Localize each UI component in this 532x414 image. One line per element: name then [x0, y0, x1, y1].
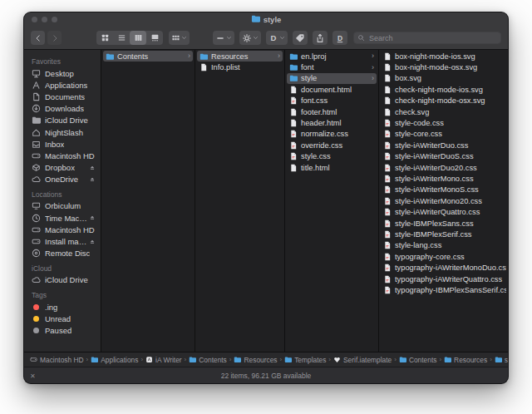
forward-button[interactable]	[47, 31, 62, 45]
d-app-button[interactable]: D	[332, 31, 347, 45]
arrange-button[interactable]	[169, 31, 190, 45]
path-item-style[interactable]: style	[495, 356, 508, 364]
file-row-style-iawriterduo20-css[interactable]: style-iAWriterDuo20.css	[381, 162, 506, 173]
file-row-style-iawriterduo-css[interactable]: style-iAWriterDuo.css	[381, 140, 506, 150]
path-item-contents[interactable]: Contents	[399, 356, 437, 364]
minimize-button[interactable]	[42, 17, 47, 22]
sidebar-item-macintosh-hd[interactable]: Macintosh HD	[24, 224, 101, 235]
sidebar-item-icloud-drive[interactable]: iCloud Drive	[24, 115, 101, 126]
file-row-override-css[interactable]: override.css	[287, 140, 377, 150]
folder-row-en-lproj[interactable]: en.lproj›	[287, 51, 377, 62]
file-row-style-ibmplexserif-css[interactable]: style-IBMPlexSerif.css	[381, 229, 506, 239]
back-button[interactable]	[31, 31, 45, 45]
file-row-info-plist[interactable]: Info.plist	[197, 62, 283, 72]
file-row-typography-iawritermonoduo-css[interactable]: typography-iAWriterMonoDuo.css	[381, 262, 506, 273]
sidebar-item-documents[interactable]: Documents	[24, 91, 101, 102]
title-bar[interactable]: style	[24, 12, 508, 27]
action-menu-button[interactable]	[239, 31, 261, 45]
path-item-contents[interactable]: Contents	[189, 356, 227, 364]
browser-column-1: Contents›	[101, 50, 195, 352]
path-item-macintosh-hd[interactable]: Macintosh HD	[30, 356, 84, 364]
file-row-normalize-css[interactable]: normalize.css	[287, 129, 377, 140]
search-field[interactable]	[353, 32, 501, 44]
sidebar-item-downloads[interactable]: Downloads	[24, 103, 101, 115]
folder-row-contents[interactable]: Contents›	[103, 51, 193, 62]
file-row-style-iawriterquattro-css[interactable]: style-iAWriterQuattro.css	[381, 206, 506, 217]
sidebar-item-desktop[interactable]: Desktop	[24, 67, 101, 79]
icon-view-button[interactable]	[96, 31, 113, 45]
file-row-footer-html[interactable]: footer.html	[287, 106, 377, 117]
item-name: style-iAWriterDuo20.css	[395, 164, 477, 172]
file-row-box-night-mode-osx-svg[interactable]: box-night-mode-osx.svg	[381, 62, 506, 72]
path-item-label: Templates	[294, 356, 326, 364]
folder-row-resources[interactable]: Resources›	[197, 51, 283, 62]
file-row-style-iawriterduos-css[interactable]: style-iAWriterDuoS.css	[381, 151, 506, 162]
sidebar-item-remote-disc[interactable]: Remote Disc	[24, 248, 101, 259]
item-name: style-iAWriterDuoS.css	[395, 152, 474, 160]
search-input[interactable]	[367, 33, 497, 43]
file-row-style-css[interactable]: style.css	[287, 151, 377, 162]
sidebar-item-nightslash[interactable]: NightSlash	[24, 126, 101, 138]
sidebar-item-icloud-drive[interactable]: iCloud Drive	[24, 274, 101, 286]
file-row-typography-core-css[interactable]: typography-core.css	[381, 251, 506, 262]
file-row-style-code-css[interactable]: style-code.css	[381, 117, 506, 128]
sidebar-item-unread[interactable]: Unread	[24, 313, 101, 324]
file-row-box-svg[interactable]: box.svg	[381, 73, 506, 84]
css-file-icon	[383, 286, 392, 294]
file-row-title-html[interactable]: title.html	[287, 162, 377, 173]
path-item-applications[interactable]: Applications	[91, 356, 138, 364]
eject-icon[interactable]	[89, 239, 96, 245]
sidebar-item-time-machine[interactable]: Time Machine	[24, 212, 101, 224]
zoom-button[interactable]	[52, 17, 57, 22]
css-file-icon	[383, 241, 392, 249]
file-row-style-lang-css[interactable]: style-lang.css	[381, 240, 506, 251]
sidebar-item-paused[interactable]: Paused	[24, 324, 101, 336]
file-row-header-html[interactable]: header.html	[287, 117, 377, 128]
sidebar-item-inbox[interactable]: Inbox	[24, 138, 101, 150]
file-row-box-night-mode-ios-svg[interactable]: box-night-mode-ios.svg	[381, 51, 506, 62]
d-menu-button[interactable]: D	[266, 31, 288, 45]
sidebar-item-onedrive[interactable]: OneDrive	[24, 174, 101, 185]
sidebar-item-orbiculum[interactable]: Orbiculum	[24, 200, 101, 212]
path-item-resources[interactable]: Resources	[234, 356, 277, 364]
file-row-typography-iawriterquattro-css[interactable]: typography-iAWriterQuattro.css	[381, 274, 506, 284]
share-button[interactable]	[313, 31, 328, 45]
tags-button[interactable]	[293, 31, 308, 45]
file-row-style-core-css[interactable]: style-core.css	[381, 129, 506, 140]
home-icon	[32, 128, 41, 137]
file-row-check-night-mode-osx-svg[interactable]: check-night-mode-osx.svg	[381, 96, 506, 106]
sidebar-item--ing[interactable]: .ing	[24, 301, 101, 313]
css-file-icon	[383, 275, 392, 283]
folder-icon	[91, 356, 98, 363]
file-row-document-html[interactable]: document.html	[287, 84, 377, 95]
column-view-button[interactable]	[130, 31, 146, 45]
gallery-view-button[interactable]	[146, 31, 163, 45]
folder-row-font[interactable]: font›	[287, 62, 377, 72]
file-row-typography-ibmplexsansserif-css[interactable]: typography-IBMPlexSansSerif.css	[381, 284, 506, 295]
file-row-style-iawritermono-css[interactable]: style-iAWriterMono.css	[381, 173, 506, 184]
list-view-button[interactable]	[113, 31, 130, 45]
eject-icon[interactable]	[89, 176, 96, 183]
chevron-right-icon: ›	[275, 52, 280, 60]
sidebar-item-install-maco-[interactable]: Install macO…	[24, 235, 101, 247]
file-row-font-css[interactable]: font.css	[287, 96, 377, 106]
eject-icon[interactable]	[89, 214, 96, 221]
status-text: 22 items, 96.21 GB available	[221, 372, 312, 380]
folder-row-style[interactable]: style›	[287, 73, 377, 84]
file-row-check-night-mode-ios-svg[interactable]: check-night-mode-ios.svg	[381, 84, 506, 95]
path-item-serif-iatemplate[interactable]: Serif.iatemplate	[333, 356, 392, 364]
eject-icon[interactable]	[89, 165, 96, 171]
path-item-templates[interactable]: Templates	[284, 356, 326, 364]
file-row-check-svg[interactable]: check.svg	[381, 106, 506, 117]
path-item-ia-writer[interactable]: iA Writer	[145, 356, 182, 364]
close-button[interactable]	[32, 17, 37, 22]
sidebar-item-applications[interactable]: Applications	[24, 79, 101, 91]
sidebar-item-dropbox[interactable]: Dropbox	[24, 162, 101, 174]
path-item-resources[interactable]: Resources	[444, 356, 487, 364]
svg-text:D: D	[271, 33, 277, 42]
file-row-style-iawritermono20-css[interactable]: style-iAWriterMono20.css	[381, 195, 506, 206]
sidebar-item-macintosh-hd[interactable]: Macintosh HD	[24, 150, 101, 161]
file-row-style-ibmplexsans-css[interactable]: style-IBMPlexSans.css	[381, 218, 506, 229]
group-by-button[interactable]	[213, 31, 234, 45]
file-row-style-iawritermonos-css[interactable]: style-iAWriterMonoS.css	[381, 185, 506, 195]
